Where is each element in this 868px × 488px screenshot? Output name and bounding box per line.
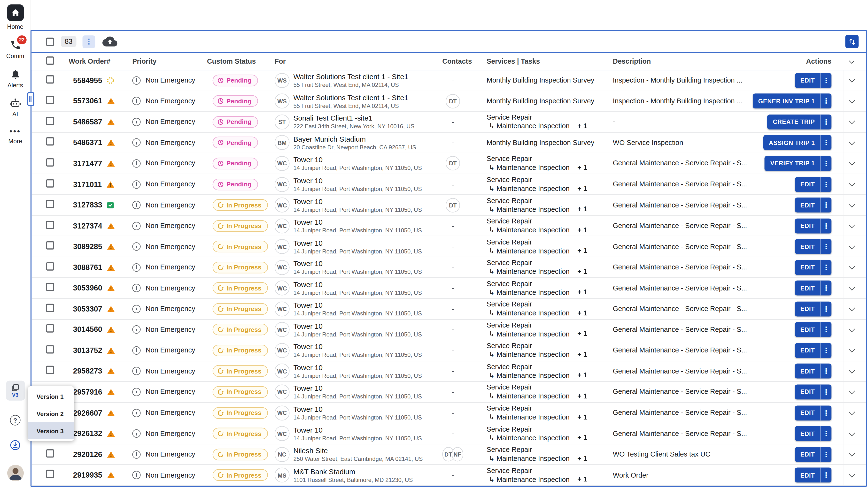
task-extra-count[interactable]: + 1 [578,371,587,379]
row-expand-chevron[interactable] [848,160,855,166]
work-order-number[interactable]: 2957916 [73,388,102,396]
row-checkbox[interactable] [46,137,54,146]
contact-chip[interactable]: DT [445,156,460,171]
task-extra-count[interactable]: + 1 [578,455,587,462]
header-work-order[interactable]: Work Order# [65,58,132,65]
row-expand-chevron[interactable] [848,471,855,477]
site-name[interactable]: Tower 10 [293,239,422,247]
primary-action-button[interactable]: EDIT ⋮ [795,343,831,358]
work-order-number[interactable]: 3089285 [73,242,102,251]
primary-action-button[interactable]: EDIT ⋮ [795,405,831,420]
row-expand-chevron[interactable] [848,430,855,436]
work-order-number[interactable]: 3053960 [73,284,102,292]
site-name[interactable]: Tower 10 [293,280,422,289]
site-name[interactable]: Walter Solutions Test client 1 - Site1 [293,93,408,102]
header-expand-chevron[interactable] [848,58,854,63]
action-more-dots-button[interactable]: ⋮ [820,281,831,296]
row-expand-chevron[interactable] [848,284,855,290]
row-expand-chevron[interactable] [848,367,855,373]
site-name[interactable]: M&T Bank Stadium [293,467,413,476]
action-more-dots-button[interactable]: ⋮ [820,322,831,337]
row-checkbox[interactable] [46,324,54,333]
row-checkbox[interactable] [46,221,54,229]
header-actions[interactable]: Actions [748,58,843,65]
row-checkbox[interactable] [46,303,54,312]
sidebar-item-comm[interactable]: 22 Comm [0,39,31,59]
primary-action-button[interactable]: EDIT ⋮ [795,468,831,483]
row-checkbox[interactable] [46,449,54,457]
primary-action-button[interactable]: VERIFY TRIP 1 ⋮ [765,156,832,171]
task-extra-count[interactable]: + 1 [578,392,587,400]
header-priority[interactable]: Priority [132,58,210,65]
primary-action-button[interactable]: CREATE TRIP ⋮ [767,115,831,130]
task-extra-count[interactable]: + 1 [578,122,587,130]
version-menu-item[interactable]: Version 2 [28,405,74,422]
work-order-number[interactable]: 3014560 [73,326,102,334]
site-name[interactable]: Tower 10 [293,405,422,413]
row-expand-chevron[interactable] [848,305,855,311]
row-checkbox[interactable] [46,117,54,125]
row-checkbox[interactable] [46,283,54,291]
row-checkbox[interactable] [46,200,54,208]
site-name[interactable]: Walter Solutions Test client 1 - Site1 [293,73,408,81]
site-name[interactable]: Tower 10 [293,197,422,205]
task-extra-count[interactable]: + 1 [578,330,587,338]
row-expand-chevron[interactable] [848,118,855,124]
task-extra-count[interactable]: + 1 [578,205,587,213]
header-for[interactable]: For [275,58,442,65]
primary-action-button[interactable]: EDIT ⋮ [795,177,831,192]
primary-action-button[interactable]: EDIT ⋮ [795,73,831,88]
row-expand-chevron[interactable] [848,242,855,249]
work-order-number[interactable]: 3127374 [73,222,102,230]
work-order-number[interactable]: 3171477 [73,159,102,167]
row-checkbox[interactable] [46,470,54,478]
task-extra-count[interactable]: + 1 [578,309,587,317]
action-more-dots-button[interactable]: ⋮ [820,364,831,379]
primary-action-button[interactable]: EDIT ⋮ [795,426,831,441]
sort-button[interactable] [845,35,859,48]
row-expand-chevron[interactable] [848,76,855,83]
work-order-number[interactable]: 3088761 [73,263,102,271]
action-more-dots-button[interactable]: ⋮ [820,468,831,483]
site-name[interactable]: Tower 10 [293,176,422,185]
version-switcher-button[interactable]: V3 [6,381,25,401]
select-all-checkbox[interactable] [46,37,54,45]
task-extra-count[interactable]: + 1 [578,226,587,234]
header-services-tasks[interactable]: Services | Tasks [487,58,613,65]
work-order-number[interactable]: 2926607 [73,409,102,417]
action-more-dots-button[interactable]: ⋮ [820,426,831,441]
work-order-number[interactable]: 5573061 [73,97,102,105]
work-order-number[interactable]: 2926132 [73,429,102,438]
row-expand-chevron[interactable] [848,180,855,187]
task-extra-count[interactable]: + 1 [578,434,587,442]
action-more-dots-button[interactable]: ⋮ [820,301,831,316]
header-custom-status[interactable]: Custom Status [207,58,275,65]
task-extra-count[interactable]: + 1 [578,288,587,296]
action-more-dots-button[interactable]: ⋮ [820,94,831,109]
action-more-dots-button[interactable]: ⋮ [820,177,831,192]
task-extra-count[interactable]: + 1 [578,351,587,358]
action-more-dots-button[interactable]: ⋮ [820,447,831,462]
task-extra-count[interactable]: + 1 [578,476,587,483]
sidebar-item-ai[interactable]: AI [0,98,31,118]
work-order-number[interactable]: 3013752 [73,347,102,355]
cloud-upload-button[interactable] [102,37,118,46]
site-name[interactable]: Tower 10 [293,426,422,434]
header-contacts[interactable]: Contacts [442,58,487,65]
update-download-button[interactable] [10,440,20,450]
primary-action-button[interactable]: EDIT ⋮ [795,197,831,213]
primary-action-button[interactable]: ASSIGN TRIP 1 ⋮ [764,135,832,150]
site-name[interactable]: Tower 10 [293,301,422,310]
action-more-dots-button[interactable]: ⋮ [820,73,831,88]
primary-action-button[interactable]: GENER INV TRIP 1 ⋮ [753,94,832,109]
primary-action-button[interactable]: EDIT ⋮ [795,218,831,233]
site-name[interactable]: Tower 10 [293,384,422,392]
row-checkbox[interactable] [46,241,54,250]
version-menu-item[interactable]: Version 1 [28,388,74,405]
primary-action-button[interactable]: EDIT ⋮ [795,364,831,379]
header-description[interactable]: Description [613,58,748,65]
row-expand-chevron[interactable] [848,451,855,457]
row-checkbox[interactable] [46,262,54,270]
primary-action-button[interactable]: EDIT ⋮ [795,281,831,296]
task-extra-count[interactable]: + 1 [578,268,587,275]
